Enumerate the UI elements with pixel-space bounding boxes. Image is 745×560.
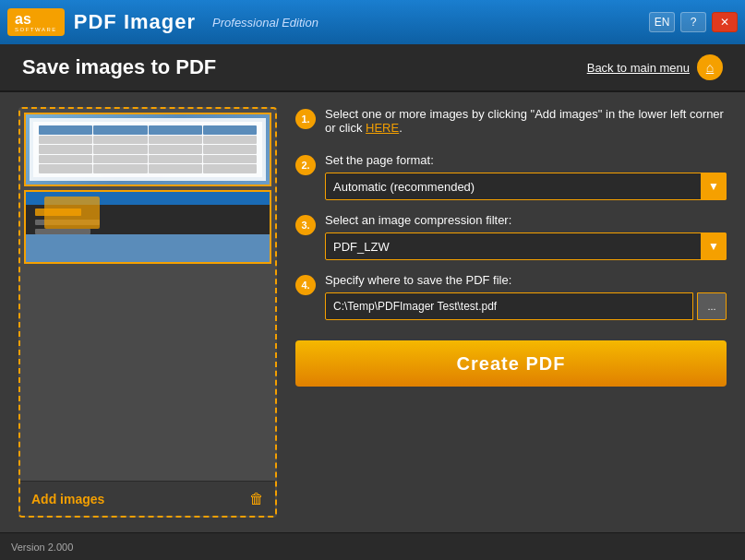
browse-button[interactable]: ...: [697, 292, 727, 320]
step-4-content: Specify where to save the PDF file: ...: [325, 273, 727, 320]
compression-select[interactable]: PDF_LZW PDF_JPEG PDF_FLATE PDF_RLE PDF_C…: [325, 232, 727, 260]
create-pdf-button[interactable]: Create PDF: [295, 340, 727, 387]
file-path-row: ...: [325, 292, 727, 320]
thumb-preview-2: [26, 192, 270, 262]
image-thumb-2[interactable]: [24, 190, 271, 264]
image-panel-footer: Add images 🗑: [20, 481, 275, 516]
step-2-badge: 2.: [295, 155, 316, 175]
options-panel: 1. Select one or more images by clicking…: [295, 107, 727, 518]
step-3-row: 3. Select an image compression filter: P…: [295, 213, 727, 260]
compression-dropdown-container: PDF_LZW PDF_JPEG PDF_FLATE PDF_RLE PDF_C…: [325, 232, 727, 260]
logo-box: as SOFTWARE: [7, 8, 65, 36]
close-button[interactable]: ✕: [712, 12, 738, 32]
logo-area: as SOFTWARE PDF Imager Professional Edit…: [7, 8, 318, 36]
image-thumb-1[interactable]: [24, 113, 271, 186]
step-1-badge: 1.: [295, 109, 316, 129]
step-4-label: Specify where to save the PDF file:: [325, 273, 727, 287]
add-images-button[interactable]: Add images: [31, 492, 104, 506]
lang-button[interactable]: EN: [649, 12, 675, 32]
help-button[interactable]: ?: [680, 12, 706, 32]
step-3-content: Select an image compression filter: PDF_…: [325, 213, 727, 260]
step-2-content: Set the page format: Automatic (recommen…: [325, 153, 727, 200]
step-4-badge: 4.: [295, 275, 316, 295]
step-1-label: Select one or more images by clicking "A…: [325, 107, 727, 135]
step-1-content: Select one or more images by clicking "A…: [325, 107, 727, 140]
file-path-input[interactable]: [325, 292, 693, 320]
logo-subtext: SOFTWARE: [15, 27, 57, 32]
step-2-label: Set the page format:: [325, 153, 727, 167]
status-bar: Version 2.000: [0, 532, 745, 560]
step-2-row: 2. Set the page format: Automatic (recom…: [295, 153, 727, 200]
page-title: Save images to PDF: [22, 55, 216, 79]
step-3-badge: 3.: [295, 215, 316, 235]
home-icon: ⌂: [697, 54, 723, 80]
thumb-table: [39, 125, 257, 173]
delete-icon[interactable]: 🗑: [249, 491, 264, 507]
version-text: Version 2.000: [11, 542, 73, 553]
title-bar: as SOFTWARE PDF Imager Professional Edit…: [0, 0, 745, 44]
thumb-preview-1: [26, 114, 270, 185]
step-3-label: Select an image compression filter:: [325, 213, 727, 227]
logo-text: as: [15, 12, 57, 27]
here-link[interactable]: HERE: [366, 121, 399, 135]
back-label: Back to main menu: [587, 61, 690, 75]
page-header: Save images to PDF Back to main menu ⌂: [0, 44, 745, 92]
step-4-row: 4. Specify where to save the PDF file: .…: [295, 273, 727, 320]
page-format-select[interactable]: Automatic (recommended) A4 A3 Letter Cus…: [325, 173, 727, 200]
main-content: Add images 🗑 1. Select one or more image…: [0, 92, 745, 532]
app-edition: Professional Edition: [212, 16, 318, 30]
back-to-main-button[interactable]: Back to main menu ⌂: [587, 54, 723, 80]
step-1-row: 1. Select one or more images by clicking…: [295, 107, 727, 140]
app-name: PDF Imager: [74, 10, 196, 34]
image-list[interactable]: [20, 109, 275, 481]
window-controls: EN ? ✕: [649, 12, 738, 32]
page-format-dropdown-container: Automatic (recommended) A4 A3 Letter Cus…: [325, 173, 727, 200]
image-panel: Add images 🗑: [18, 107, 277, 518]
